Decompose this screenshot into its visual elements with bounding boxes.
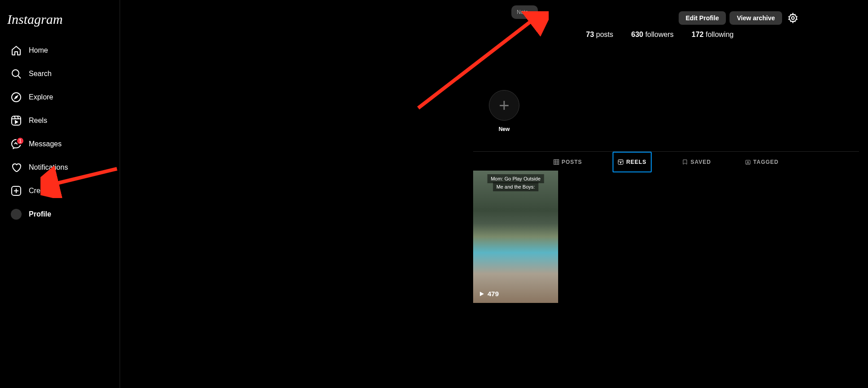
search-icon xyxy=(11,68,22,79)
edit-profile-button[interactable]: Edit Profile xyxy=(679,11,726,25)
nav-profile[interactable]: Profile xyxy=(5,203,114,225)
posts-label: posts xyxy=(596,31,613,38)
svg-rect-13 xyxy=(554,160,559,165)
story-highlights: + New xyxy=(489,90,519,132)
reel-views: 479 xyxy=(479,290,499,298)
messenger-icon: 1 xyxy=(11,139,22,149)
tab-tagged[interactable]: TAGGED xyxy=(742,151,782,172)
tab-label: REELS xyxy=(626,159,646,165)
profile-actions: Edit Profile View archive xyxy=(679,11,798,25)
tab-posts[interactable]: POSTS xyxy=(550,151,586,172)
instagram-logo[interactable]: Instagram xyxy=(5,4,114,38)
tab-label: TAGGED xyxy=(753,159,779,165)
svg-marker-20 xyxy=(620,162,622,163)
stat-followers[interactable]: 630 followers xyxy=(631,31,674,39)
nav-create[interactable]: Create xyxy=(5,180,114,202)
nav-notifications[interactable]: Notifications xyxy=(5,157,114,178)
svg-rect-4 xyxy=(12,116,21,125)
plus-icon: + xyxy=(499,95,509,116)
nav-home[interactable]: Home xyxy=(5,40,114,61)
nav-label: Home xyxy=(29,46,48,54)
following-label: following xyxy=(706,31,734,38)
nav-label: Explore xyxy=(29,93,53,101)
grid-icon xyxy=(554,159,559,165)
nav-label: Profile xyxy=(29,210,51,218)
note-bubble[interactable]: Note... xyxy=(511,5,538,19)
following-count: 172 xyxy=(692,31,704,38)
tab-saved[interactable]: SAVED xyxy=(679,151,714,172)
profile-tabs: POSTS REELS SAVED TAGGED xyxy=(473,151,859,172)
plus-square-icon xyxy=(11,185,22,196)
reels-grid: Mom: Go Play Outside Me and the Boys: 47… xyxy=(473,171,558,303)
reel-item[interactable]: Mom: Go Play Outside Me and the Boys: 47… xyxy=(473,171,558,303)
reels-icon xyxy=(11,115,22,126)
svg-point-12 xyxy=(792,17,794,19)
nav-label: Notifications xyxy=(29,163,68,171)
sidebar: Instagram Home Search Explore Reels 1 Me… xyxy=(0,0,120,388)
home-icon xyxy=(11,45,22,56)
tagged-icon xyxy=(745,159,751,165)
svg-marker-8 xyxy=(15,121,18,123)
svg-point-0 xyxy=(12,70,19,77)
svg-point-22 xyxy=(747,162,748,163)
bookmark-icon xyxy=(682,159,688,165)
svg-marker-23 xyxy=(480,292,484,296)
main-content: Note... Edit Profile View archive 73 pos… xyxy=(120,0,868,388)
view-archive-button[interactable]: View archive xyxy=(729,11,782,25)
nav-label: Search xyxy=(29,70,52,78)
reel-caption-1: Mom: Go Play Outside xyxy=(487,174,544,183)
new-highlight-button[interactable]: + xyxy=(489,90,519,121)
stat-posts: 73 posts xyxy=(586,31,613,39)
nav-reels[interactable]: Reels xyxy=(5,110,114,131)
svg-marker-3 xyxy=(15,96,18,99)
gear-icon[interactable] xyxy=(787,13,798,23)
stat-following[interactable]: 172 following xyxy=(692,31,734,39)
nav-label: Reels xyxy=(29,117,47,125)
reel-caption-2: Me and the Boys: xyxy=(493,182,539,191)
nav-label: Create xyxy=(29,187,50,195)
followers-label: followers xyxy=(645,31,674,38)
nav-search[interactable]: Search xyxy=(5,63,114,85)
compass-icon xyxy=(11,92,22,103)
play-icon xyxy=(479,291,485,297)
followers-count: 630 xyxy=(631,31,644,38)
posts-count: 73 xyxy=(586,31,594,38)
profile-stats: 73 posts 630 followers 172 following xyxy=(586,31,734,39)
nav-explore[interactable]: Explore xyxy=(5,86,114,108)
nav-messages[interactable]: 1 Messages xyxy=(5,133,114,155)
svg-rect-21 xyxy=(746,160,750,164)
heart-icon xyxy=(11,162,22,173)
nav-label: Messages xyxy=(29,140,62,148)
tab-label: SAVED xyxy=(690,159,711,165)
reels-tab-icon xyxy=(618,159,623,165)
svg-line-1 xyxy=(18,76,21,79)
highlight-label: New xyxy=(499,126,510,132)
messages-badge: 1 xyxy=(16,137,24,145)
tab-reels[interactable]: REELS xyxy=(613,152,652,172)
tab-label: POSTS xyxy=(562,159,582,165)
profile-avatar-icon xyxy=(11,209,22,220)
views-count: 479 xyxy=(488,290,499,298)
